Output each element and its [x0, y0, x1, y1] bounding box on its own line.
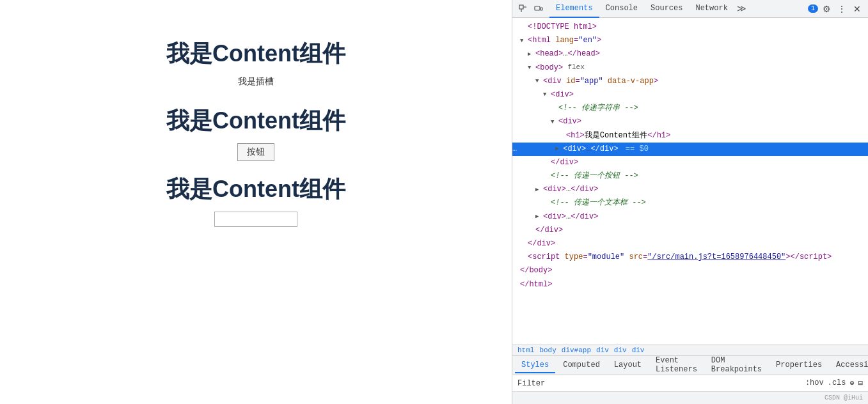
breadcrumb-div-app[interactable]: div#app — [562, 346, 591, 354]
svg-rect-0 — [519, 5, 523, 9]
breadcrumb-div2[interactable]: div — [614, 346, 627, 354]
tab-dom-breakpoints[interactable]: DOM Breakpoints — [705, 354, 768, 378]
dom-line-script[interactable]: <script type="module" src="/src/main.js?… — [512, 251, 868, 264]
close-icon[interactable]: ✕ — [850, 2, 864, 16]
tab-computed[interactable]: Computed — [556, 358, 606, 373]
dom-line-div2[interactable]: ▼ <div> — [512, 115, 868, 128]
content-title-2: 我是Content组件 — [166, 105, 345, 137]
tab-accessibility[interactable]: Accessibility — [830, 358, 868, 373]
dom-line-comment1: <!-- 传递字符串 --> — [512, 102, 868, 115]
webpage-preview: 我是Content组件 我是插槽 我是Content组件 按钮 我是Conten… — [0, 0, 512, 404]
content-block-1: 我是Content组件 我是插槽 — [0, 38, 512, 93]
slot-button[interactable]: 按钮 — [237, 143, 274, 161]
dom-line-div-app[interactable]: ▼ <div id="app" data-v-app> — [512, 75, 868, 88]
dom-line-closediv4: </div> — [512, 237, 868, 251]
filter-cls[interactable]: .cls — [828, 378, 846, 388]
tab-styles[interactable]: Styles — [515, 358, 555, 373]
content-block-3: 我是Content组件 — [0, 174, 512, 227]
dom-line-comment2: <!-- 传递一个按钮 --> — [512, 169, 868, 183]
dom-line-head[interactable]: ▶ <head>…</head> — [512, 47, 868, 61]
breadcrumb-div1[interactable]: div — [596, 346, 609, 354]
tab-elements[interactable]: Elements — [549, 0, 599, 18]
dom-line-div3[interactable]: ▶ <div>…</div> — [512, 183, 868, 196]
filter-bar: Filter :hov .cls ⊕ ⊟ — [512, 375, 868, 391]
more-options-icon[interactable]: ⋮ — [835, 2, 849, 16]
tab-layout[interactable]: Layout — [608, 358, 648, 373]
settings-icon[interactable]: ⚙ — [819, 2, 833, 16]
dom-panel[interactable]: <!DOCTYPE html> ▼ <html lang="en"> ▶ <he… — [512, 18, 868, 345]
content-title-3: 我是Content组件 — [166, 174, 345, 205]
tab-console[interactable]: Console — [599, 0, 644, 18]
svg-rect-3 — [535, 6, 540, 10]
watermark-bar: CSDN @iHui — [512, 391, 868, 404]
breadcrumb-body[interactable]: body — [539, 346, 556, 354]
filter-layout[interactable]: ⊟ — [858, 378, 863, 388]
dom-line-closebody: </body> — [512, 264, 868, 277]
dom-line-comment3: <!-- 传递一个文本框 --> — [512, 196, 868, 210]
more-tabs-icon[interactable]: ≫ — [734, 3, 749, 14]
dom-line-closediv2: </div> — [512, 156, 868, 169]
slot-input[interactable] — [214, 212, 297, 227]
slot-text-1: 我是插槽 — [238, 76, 274, 88]
dom-line-closehtml: </html> — [512, 278, 868, 291]
dom-line-closediv3: </div> — [512, 224, 868, 237]
devtools-right-icons: 1 ⚙ ⋮ ✕ — [808, 2, 864, 16]
filter-add[interactable]: ⊕ — [850, 378, 855, 388]
device-toggle-icon[interactable] — [532, 2, 546, 16]
devtools-tabs: Elements Console Sources Network ≫ — [549, 0, 807, 18]
dom-line-html[interactable]: ▼ <html lang="en"> — [512, 34, 868, 47]
notification-badge: 1 — [808, 4, 818, 13]
devtools-panel: Elements Console Sources Network ≫ 1 ⚙ ⋮… — [512, 0, 868, 404]
dom-line-div4[interactable]: ▶ <div>…</div> — [512, 210, 868, 224]
breadcrumb-html[interactable]: html — [517, 346, 534, 354]
devtools-toolbar: Elements Console Sources Network ≫ 1 ⚙ ⋮… — [512, 0, 868, 18]
filter-options: :hov .cls ⊕ ⊟ — [805, 378, 863, 388]
dom-line-div-selected[interactable]: … ▶ <div>…</div> == $0 — [512, 143, 868, 156]
filter-label: Filter — [517, 379, 545, 388]
breadcrumb-div3[interactable]: div — [632, 346, 645, 354]
dom-line-h1[interactable]: <h1>我是Content组件</h1> — [512, 129, 868, 143]
dom-line-doctype: <!DOCTYPE html> — [512, 20, 868, 34]
content-block-2: 我是Content组件 按钮 — [0, 105, 512, 161]
filter-hov[interactable]: :hov — [805, 378, 824, 388]
dom-line-body[interactable]: ▼ <body> flex — [512, 61, 868, 75]
inspector-icon[interactable] — [516, 2, 530, 16]
tab-sources[interactable]: Sources — [644, 0, 689, 18]
tab-properties[interactable]: Properties — [769, 358, 828, 373]
bottom-tabs: Styles Computed Layout Event Listeners D… — [512, 355, 868, 375]
tab-network[interactable]: Network — [689, 0, 734, 18]
watermark-text: CSDN @iHui — [825, 394, 863, 401]
svg-rect-4 — [541, 8, 542, 10]
tab-event-listeners[interactable]: Event Listeners — [649, 354, 704, 378]
dom-line-div1[interactable]: ▼ <div> — [512, 88, 868, 102]
content-title-1: 我是Content组件 — [166, 38, 345, 70]
